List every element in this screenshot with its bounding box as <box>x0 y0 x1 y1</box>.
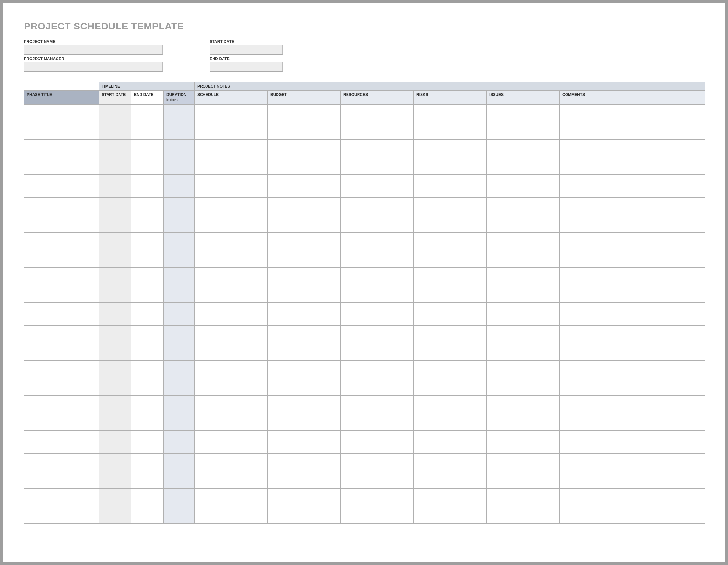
cell-duration[interactable] <box>164 396 195 407</box>
cell-end-date[interactable] <box>131 116 164 128</box>
cell-resources[interactable] <box>341 500 414 512</box>
cell-issues[interactable] <box>487 151 560 163</box>
cell-phase-title[interactable] <box>24 116 99 128</box>
cell-end-date[interactable] <box>131 396 164 407</box>
cell-resources[interactable] <box>341 128 414 140</box>
cell-start-date[interactable] <box>99 396 131 407</box>
cell-budget[interactable] <box>268 338 341 349</box>
cell-resources[interactable] <box>341 419 414 431</box>
cell-duration[interactable] <box>164 384 195 396</box>
cell-issues[interactable] <box>487 291 560 303</box>
cell-duration[interactable] <box>164 128 195 140</box>
cell-comments[interactable] <box>560 349 705 361</box>
cell-end-date[interactable] <box>131 186 164 198</box>
cell-issues[interactable] <box>487 279 560 291</box>
cell-risks[interactable] <box>414 279 487 291</box>
cell-schedule[interactable] <box>195 163 268 174</box>
cell-resources[interactable] <box>341 116 414 128</box>
cell-schedule[interactable] <box>195 116 268 128</box>
cell-comments[interactable] <box>560 303 705 314</box>
cell-risks[interactable] <box>414 140 487 151</box>
cell-duration[interactable] <box>164 407 195 419</box>
cell-end-date[interactable] <box>131 407 164 419</box>
cell-phase-title[interactable] <box>24 372 99 384</box>
cell-phase-title[interactable] <box>24 163 99 174</box>
cell-budget[interactable] <box>268 163 341 174</box>
cell-comments[interactable] <box>560 128 705 140</box>
cell-schedule[interactable] <box>195 407 268 419</box>
cell-start-date[interactable] <box>99 431 131 442</box>
cell-issues[interactable] <box>487 267 560 279</box>
cell-comments[interactable] <box>560 326 705 338</box>
cell-duration[interactable] <box>164 105 195 116</box>
cell-schedule[interactable] <box>195 349 268 361</box>
cell-start-date[interactable] <box>99 279 131 291</box>
cell-end-date[interactable] <box>131 338 164 349</box>
cell-phase-title[interactable] <box>24 489 99 500</box>
cell-phase-title[interactable] <box>24 338 99 349</box>
cell-resources[interactable] <box>341 396 414 407</box>
cell-schedule[interactable] <box>195 128 268 140</box>
cell-risks[interactable] <box>414 500 487 512</box>
cell-schedule[interactable] <box>195 151 268 163</box>
cell-end-date[interactable] <box>131 244 164 256</box>
cell-issues[interactable] <box>487 186 560 198</box>
cell-schedule[interactable] <box>195 174 268 186</box>
cell-end-date[interactable] <box>131 431 164 442</box>
cell-issues[interactable] <box>487 163 560 174</box>
cell-comments[interactable] <box>560 477 705 489</box>
cell-duration[interactable] <box>164 489 195 500</box>
cell-schedule[interactable] <box>195 105 268 116</box>
cell-risks[interactable] <box>414 454 487 466</box>
cell-risks[interactable] <box>414 361 487 372</box>
cell-budget[interactable] <box>268 384 341 396</box>
cell-start-date[interactable] <box>99 419 131 431</box>
cell-budget[interactable] <box>268 174 341 186</box>
cell-schedule[interactable] <box>195 256 268 267</box>
cell-phase-title[interactable] <box>24 174 99 186</box>
cell-resources[interactable] <box>341 186 414 198</box>
cell-issues[interactable] <box>487 303 560 314</box>
cell-issues[interactable] <box>487 489 560 500</box>
cell-end-date[interactable] <box>131 151 164 163</box>
cell-comments[interactable] <box>560 174 705 186</box>
cell-duration[interactable] <box>164 326 195 338</box>
cell-start-date[interactable] <box>99 303 131 314</box>
cell-resources[interactable] <box>341 407 414 419</box>
cell-comments[interactable] <box>560 419 705 431</box>
cell-phase-title[interactable] <box>24 233 99 244</box>
cell-resources[interactable] <box>341 512 414 524</box>
cell-resources[interactable] <box>341 140 414 151</box>
cell-start-date[interactable] <box>99 105 131 116</box>
cell-comments[interactable] <box>560 361 705 372</box>
cell-comments[interactable] <box>560 431 705 442</box>
cell-start-date[interactable] <box>99 186 131 198</box>
cell-comments[interactable] <box>560 256 705 267</box>
cell-duration[interactable] <box>164 361 195 372</box>
cell-issues[interactable] <box>487 372 560 384</box>
cell-issues[interactable] <box>487 349 560 361</box>
cell-issues[interactable] <box>487 209 560 221</box>
cell-phase-title[interactable] <box>24 477 99 489</box>
cell-comments[interactable] <box>560 186 705 198</box>
cell-schedule[interactable] <box>195 303 268 314</box>
cell-end-date[interactable] <box>131 419 164 431</box>
cell-end-date[interactable] <box>131 209 164 221</box>
cell-risks[interactable] <box>414 291 487 303</box>
cell-risks[interactable] <box>414 489 487 500</box>
cell-risks[interactable] <box>414 151 487 163</box>
cell-duration[interactable] <box>164 163 195 174</box>
cell-resources[interactable] <box>341 338 414 349</box>
cell-end-date[interactable] <box>131 303 164 314</box>
cell-resources[interactable] <box>341 151 414 163</box>
cell-duration[interactable] <box>164 431 195 442</box>
cell-start-date[interactable] <box>99 314 131 326</box>
cell-end-date[interactable] <box>131 512 164 524</box>
cell-risks[interactable] <box>414 174 487 186</box>
cell-phase-title[interactable] <box>24 267 99 279</box>
cell-resources[interactable] <box>341 163 414 174</box>
cell-budget[interactable] <box>268 512 341 524</box>
cell-start-date[interactable] <box>99 140 131 151</box>
cell-duration[interactable] <box>164 500 195 512</box>
cell-issues[interactable] <box>487 338 560 349</box>
